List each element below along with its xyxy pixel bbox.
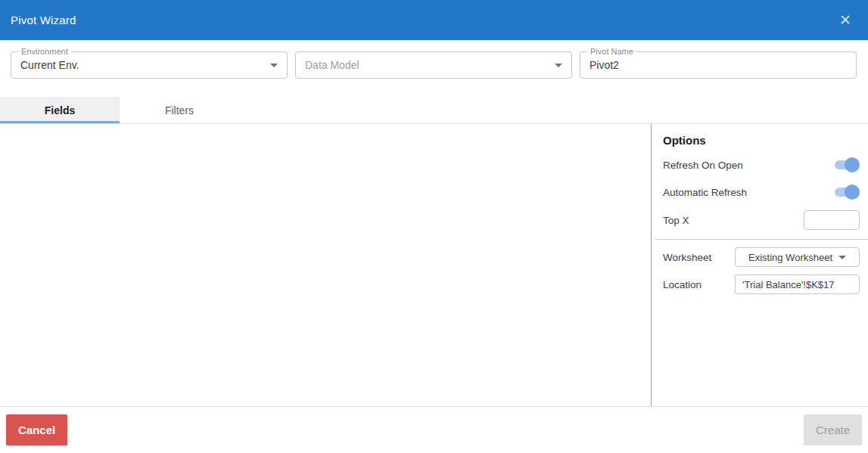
toggle-knob — [845, 157, 860, 172]
pivot-name-field[interactable]: Pivot Name — [580, 51, 857, 79]
worksheet-value: Existing Worksheet — [748, 252, 832, 263]
data-model-placeholder: Data Model — [305, 59, 549, 71]
automatic-refresh-row: Automatic Refresh — [652, 178, 868, 206]
cancel-button[interactable]: Cancel — [6, 414, 67, 445]
top-x-row: Top X — [652, 206, 868, 234]
top-form-row: Environment Current Env. Data Model Pivo… — [0, 40, 868, 79]
worksheet-select[interactable]: Existing Worksheet — [735, 247, 860, 267]
environment-value: Current Env. — [20, 59, 264, 71]
dialog-title: Pivot Wizard — [11, 14, 76, 26]
automatic-refresh-label: Automatic Refresh — [663, 187, 747, 198]
chevron-down-icon — [270, 64, 278, 67]
tab-bar: Fields Filters — [0, 97, 868, 124]
worksheet-row: Worksheet Existing Worksheet — [652, 244, 868, 271]
toggle-knob — [845, 185, 860, 200]
options-heading: Options — [663, 134, 857, 147]
top-x-label: Top X — [663, 215, 689, 226]
chevron-down-icon — [555, 64, 562, 67]
tab-filters[interactable]: Filters — [120, 97, 239, 123]
main-area: Options Refresh On Open Automatic Refres… — [0, 124, 868, 406]
dialog-footer: Cancel Create — [0, 406, 868, 453]
worksheet-label: Worksheet — [663, 252, 711, 263]
refresh-on-open-row: Refresh On Open — [652, 151, 868, 178]
location-input[interactable] — [735, 275, 860, 294]
data-model-select[interactable]: Data Model — [295, 51, 572, 79]
pivot-name-input[interactable] — [590, 59, 847, 71]
create-button[interactable]: Create — [804, 414, 862, 445]
environment-select[interactable]: Environment Current Env. — [11, 51, 288, 79]
automatic-refresh-toggle[interactable] — [835, 188, 857, 197]
options-divider — [655, 239, 868, 240]
environment-label: Environment — [18, 47, 71, 57]
location-label: Location — [663, 279, 702, 290]
close-icon[interactable]: ✕ — [836, 10, 854, 30]
location-row: Location — [652, 271, 868, 298]
refresh-on-open-toggle[interactable] — [835, 160, 857, 169]
pivot-wizard-dialog: Pivot Wizard ✕ Environment Current Env. … — [0, 0, 868, 453]
options-panel: Options Refresh On Open Automatic Refres… — [652, 124, 868, 406]
top-x-input[interactable] — [804, 210, 860, 230]
tab-fields[interactable]: Fields — [0, 97, 120, 123]
fields-pane-empty — [0, 124, 651, 406]
refresh-on-open-label: Refresh On Open — [663, 160, 743, 171]
pivot-name-label: Pivot Name — [587, 47, 636, 57]
chevron-down-icon — [838, 256, 846, 259]
dialog-header: Pivot Wizard ✕ — [0, 0, 868, 40]
